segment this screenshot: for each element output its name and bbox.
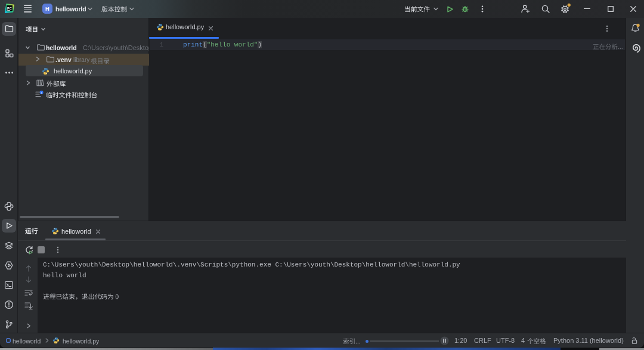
svg-text:PC: PC	[7, 7, 12, 10]
